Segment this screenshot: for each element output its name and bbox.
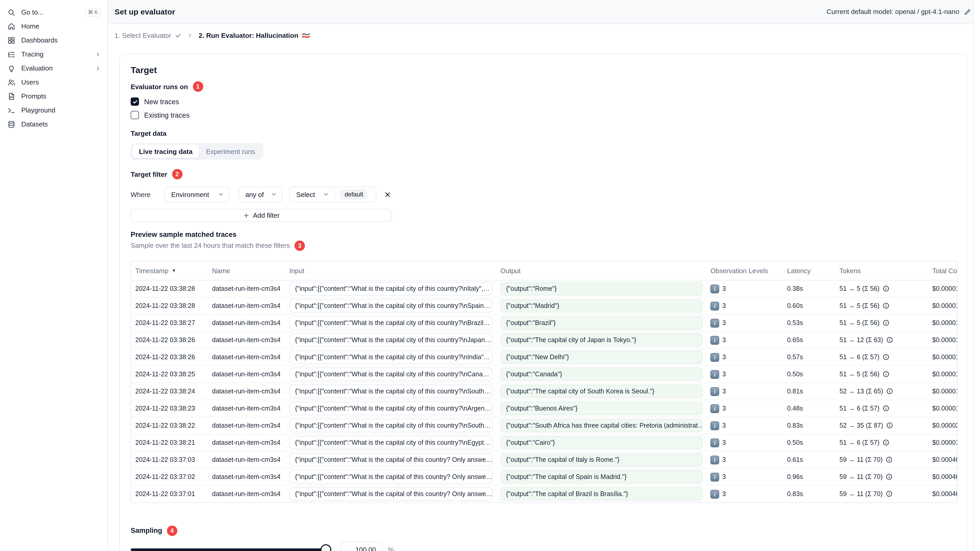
table-row[interactable]: 2024-11-22 03:38:21dataset-run-item-cm3s…	[131, 434, 958, 451]
page-scrollbar-gutter[interactable]	[973, 0, 980, 551]
input-chip[interactable]: {"input":[{"content":"What is the capita…	[290, 299, 493, 313]
table-row[interactable]: 2024-11-22 03:38:24dataset-run-item-cm3s…	[131, 383, 958, 400]
cell-output: {"output":"Rome"}	[496, 282, 706, 295]
evaluator-runs-on-text: Evaluator runs on	[130, 83, 188, 91]
table-row[interactable]: 2024-11-22 03:37:03dataset-run-item-cm3s…	[131, 451, 958, 468]
info-square-icon: i	[710, 336, 719, 345]
chevron-down-icon	[323, 191, 329, 197]
cell-input: {"input":[{"content":"What is the capita…	[285, 367, 496, 381]
output-chip[interactable]: {"output":"The capital city of South Kor…	[500, 384, 703, 398]
sidebar-item-prompts[interactable]: Prompts	[0, 89, 107, 103]
table-row[interactable]: 2024-11-22 03:38:28dataset-run-item-cm3s…	[131, 297, 958, 314]
percent-sign: %	[388, 546, 394, 551]
sidebar-item-datasets[interactable]: Datasets	[0, 117, 107, 131]
output-chip[interactable]: {"output":"The capital city of Japan is …	[500, 333, 703, 347]
output-chip[interactable]: {"output":"The capital of Italy is Rome.…	[500, 453, 703, 467]
table-row[interactable]: 2024-11-22 03:38:25dataset-run-item-cm3s…	[131, 366, 958, 383]
input-chip[interactable]: {"input":[{"content":"What is the capita…	[290, 419, 493, 432]
input-chip[interactable]: {"input":[{"content":"What is the capita…	[290, 436, 493, 449]
output-chip[interactable]: {"output":"The capital of Brazil is Bras…	[500, 487, 703, 501]
table-row[interactable]: 2024-11-22 03:38:27dataset-run-item-cm3s…	[131, 314, 958, 332]
filter-value-select[interactable]: Select default	[290, 187, 377, 202]
sidebar-item-playground[interactable]: Playground	[0, 103, 107, 117]
input-chip[interactable]: {"input":[{"content":"What is the capita…	[290, 282, 493, 295]
column-header-latency[interactable]: Latency	[783, 267, 835, 275]
goto-search[interactable]: Go to... ⌘ K	[0, 5, 107, 19]
sampling-slider[interactable]	[130, 544, 326, 551]
slider-handle[interactable]	[320, 544, 331, 551]
checkbox-existing-traces[interactable]	[130, 111, 139, 119]
breadcrumb-step-1[interactable]: 1. Select Evaluator	[115, 31, 181, 39]
sidebar-item-label: Prompts	[21, 92, 46, 100]
tab-live-tracing-data[interactable]: Live tracing data	[132, 144, 199, 158]
output-chip[interactable]: {"output":"New Delhi"}	[500, 350, 703, 364]
column-header-name[interactable]: Name	[208, 267, 285, 275]
output-chip[interactable]: {"output":"Canada"}	[500, 367, 703, 381]
info-square-icon: i	[710, 404, 719, 413]
evaluator-runs-on-label: Evaluator runs on 1	[130, 81, 957, 92]
cell-name: dataset-run-item-cm3s4	[208, 405, 285, 412]
input-chip[interactable]: {"input":[{"content":"What is the capita…	[290, 333, 493, 347]
sidebar-item-home[interactable]: Home	[0, 19, 107, 33]
output-chip[interactable]: {"output":"Brazil"}	[500, 316, 703, 330]
column-header-output[interactable]: Output	[496, 267, 706, 275]
sidebar-item-evaluation[interactable]: Evaluation	[0, 61, 107, 75]
output-chip[interactable]: {"output":"Buenos Aires"}	[500, 402, 703, 415]
sidebar-item-users[interactable]: Users	[0, 75, 107, 89]
cell-input: {"input":[{"content":"What is the capita…	[285, 316, 496, 330]
cell-timestamp: 2024-11-22 03:37:03	[131, 456, 208, 464]
info-icon	[883, 354, 889, 361]
filter-column-select[interactable]: Environment	[165, 187, 230, 202]
input-chip[interactable]: {"input":[{"content":"What is the capita…	[290, 316, 493, 330]
remove-filter-icon[interactable]	[384, 191, 392, 198]
output-chip[interactable]: {"output":"The capital of Spain is Madri…	[500, 470, 703, 484]
sidebar-item-tracing[interactable]: Tracing	[0, 47, 107, 61]
output-chip[interactable]: {"output":"Madrid"}	[500, 299, 703, 313]
table-row[interactable]: 2024-11-22 03:37:02dataset-run-item-cm3s…	[131, 468, 958, 486]
input-chip[interactable]: {"input":[{"content":"What is the capita…	[290, 487, 493, 501]
info-square-icon: i	[710, 489, 719, 499]
column-header-total-cost[interactable]: Total Cost	[928, 267, 958, 275]
column-header-timestamp[interactable]: Timestamp▼	[131, 267, 208, 275]
input-chip[interactable]: {"input":[{"content":"What is the capita…	[290, 367, 493, 381]
info-icon	[883, 405, 889, 412]
cell-latency: 0.57s	[783, 354, 835, 361]
checkbox-new-traces[interactable]	[130, 97, 139, 106]
filter-operator-select[interactable]: any of	[239, 187, 283, 202]
observation-count: 3	[722, 422, 726, 429]
input-chip[interactable]: {"input":[{"content":"What is the capita…	[290, 470, 493, 484]
output-chip[interactable]: {"output":"Rome"}	[500, 282, 703, 295]
traces-table: Timestamp▼NameInputOutputObservation Lev…	[130, 261, 958, 503]
info-square-icon: i	[710, 319, 719, 327]
sidebar-item-dashboards[interactable]: Dashboards	[0, 33, 107, 47]
column-header-label: Tokens	[840, 267, 861, 275]
column-header-input[interactable]: Input	[285, 267, 496, 275]
input-chip[interactable]: {"input":[{"content":"What is the capita…	[290, 350, 493, 364]
cell-latency: 0.81s	[783, 388, 835, 395]
tab-experiment-runs[interactable]: Experiment runs	[199, 144, 262, 158]
column-header-observation-levels[interactable]: Observation Levels	[706, 267, 783, 275]
cell-latency: 0.96s	[783, 473, 835, 481]
table-row[interactable]: 2024-11-22 03:38:26dataset-run-item-cm3s…	[131, 349, 958, 366]
column-header-tokens[interactable]: Tokens	[835, 267, 928, 275]
edit-model-icon[interactable]	[964, 8, 971, 15]
add-filter-button[interactable]: Add filter	[130, 209, 392, 222]
output-chip[interactable]: {"output":"South Africa has three capita…	[500, 419, 703, 432]
cell-timestamp: 2024-11-22 03:38:23	[131, 405, 208, 412]
input-chip[interactable]: {"input":[{"content":"What is the capita…	[290, 453, 493, 467]
table-row[interactable]: 2024-11-22 03:38:22dataset-run-item-cm3s…	[131, 417, 958, 434]
table-row[interactable]: 2024-11-22 03:37:01dataset-run-item-cm3s…	[131, 486, 958, 502]
output-chip[interactable]: {"output":"Cairo"}	[500, 436, 703, 449]
table-row[interactable]: 2024-11-22 03:38:23dataset-run-item-cm3s…	[131, 400, 958, 417]
input-chip[interactable]: {"input":[{"content":"What is the capita…	[290, 402, 493, 415]
plus-icon	[243, 212, 250, 219]
tokens-value: 51 → 12 (Σ 63)	[840, 337, 883, 344]
input-chip[interactable]: {"input":[{"content":"What is the capita…	[290, 384, 493, 398]
sidebar-item-label: Dashboards	[21, 36, 57, 44]
keyboard-shortcut-badge: ⌘ K	[85, 8, 101, 16]
table-row[interactable]: 2024-11-22 03:38:26dataset-run-item-cm3s…	[131, 332, 958, 349]
chevron-down-icon	[271, 191, 277, 197]
sampling-percent-input[interactable]: 100.00	[340, 541, 383, 551]
table-row[interactable]: 2024-11-22 03:38:28dataset-run-item-cm3s…	[131, 280, 958, 297]
cell-timestamp: 2024-11-22 03:37:02	[131, 473, 208, 481]
